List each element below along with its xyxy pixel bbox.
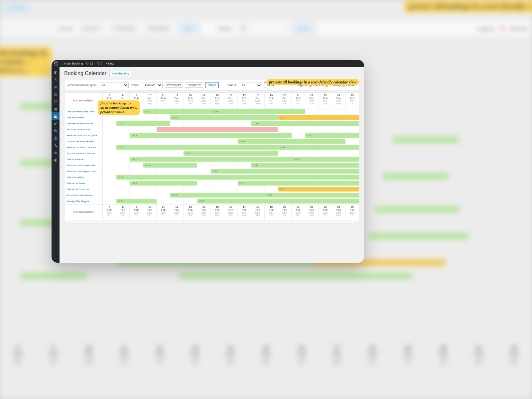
- accommodation-name[interactable]: Summer Villa Emilia: [65, 126, 103, 132]
- calendar-row: La Marche Etna House1206: [65, 138, 359, 144]
- booking-bar[interactable]: 1241: [130, 157, 292, 162]
- booking-bar[interactable]: [157, 127, 278, 132]
- booking-bar[interactable]: 1245: [211, 169, 359, 174]
- date-to-input[interactable]: [185, 82, 203, 88]
- booking-bar[interactable]: 1232: [130, 133, 292, 138]
- updates-icon[interactable]: ↻ 11: [86, 62, 93, 65]
- accommodation-name[interactable]: Villa Basilicata Grande: [65, 120, 103, 126]
- booking-bar[interactable]: 1243: [292, 157, 359, 162]
- accommodation-name[interactable]: Seaside Villa Tuscany Ma…: [65, 132, 103, 138]
- booking-bar[interactable]: 1253: [265, 193, 359, 198]
- booking-bar[interactable]: 1251: [238, 181, 359, 186]
- booking-bar[interactable]: 1247: [251, 163, 359, 168]
- sidebar-appearance-icon[interactable]: 🖌: [52, 120, 60, 127]
- sidebar-plugins-icon[interactable]: 🔌: [52, 127, 60, 134]
- booking-bar[interactable]: 1222: [143, 109, 211, 114]
- accommodation-name[interactable]: Villa Pasadena: [65, 114, 103, 120]
- page-title: Booking Calendar New Booking: [64, 70, 359, 76]
- booking-bar[interactable]: 1239: [278, 145, 359, 150]
- booking-bar[interactable]: 1202: [116, 121, 170, 126]
- booking-bar[interactable]: 1206: [238, 139, 346, 144]
- sidebar-comments-icon[interactable]: 🗨: [52, 98, 60, 105]
- date-column: 10Feb2021Wed: [143, 93, 157, 108]
- horizontal-scroll-indicator[interactable]: [65, 220, 359, 223]
- accommodation-name[interactable]: Villa Sa Riera Sea View: [65, 108, 103, 114]
- comments-icon[interactable]: 🗨 0: [97, 62, 102, 65]
- sidebar-bookings-icon[interactable]: 📅: [52, 112, 60, 120]
- calendar-row: Family Villa Alegria12551257: [65, 198, 359, 204]
- date-column: 24Feb2021Wed: [332, 204, 346, 220]
- date-column: 18Feb2021Thu: [251, 204, 265, 220]
- accommodation-name[interactable]: La Marche Etna House: [65, 138, 103, 144]
- sidebar-collapse-icon[interactable]: ◐: [52, 156, 60, 164]
- accommodation-name[interactable]: Family Villa Alegria: [65, 198, 103, 204]
- sidebar-tools-icon[interactable]: 🔧: [52, 142, 60, 149]
- show-button[interactable]: Show: [205, 82, 219, 88]
- booking-bar[interactable]: 1216: [278, 115, 359, 120]
- date-column: 11Feb2021Thu: [157, 93, 170, 108]
- date-column: 7Feb2021Sun: [103, 204, 116, 220]
- date-column: 15Feb2021Mon: [211, 93, 224, 108]
- calendar-row: Alps Mountains Cottage …1212: [65, 150, 359, 156]
- sidebar-pages-icon[interactable]: ▤: [52, 90, 60, 98]
- calendar-row: Mountains Villa Monte12181253: [65, 192, 359, 198]
- calendar-row: Villa Basilicata Grande12021228: [65, 120, 359, 126]
- date-column: 21Feb2021Sun: [292, 93, 305, 108]
- accommodation-name[interactable]: Villa de la Corazon: [65, 186, 103, 192]
- calendar-row: Villa Pasadena12241216: [65, 114, 359, 120]
- sidebar-users-icon[interactable]: 👤: [52, 134, 60, 142]
- wp-admin-bar: ⌂ Hotel Booking ↻ 11 🗨 0 + New: [52, 60, 364, 67]
- sidebar-accommodation-icon[interactable]: ▦: [52, 105, 60, 112]
- acc-type-label: Accommodation Type:: [67, 83, 97, 87]
- new-booking-button[interactable]: New Booking: [109, 71, 131, 76]
- acc-type-select[interactable]: All: [99, 82, 129, 88]
- date-column: 20Feb2021Sat: [278, 204, 292, 220]
- date-column: 11Feb2021Thu: [157, 204, 170, 220]
- date-column: 10Feb2021Wed: [143, 204, 157, 220]
- booking-bar[interactable]: 1237: [116, 145, 278, 150]
- accommodation-name[interactable]: Alps Mountains Cottage …: [65, 150, 103, 156]
- booking-bar[interactable]: 1249: [130, 181, 197, 186]
- calendar-row: Villa Casadillia1214: [65, 174, 359, 180]
- new-link[interactable]: + New: [106, 62, 114, 65]
- accommodation-name[interactable]: Villa Casadillia: [65, 174, 103, 180]
- date-column: 17Feb2021Wed: [238, 93, 251, 108]
- booking-bar[interactable]: 1257: [197, 199, 359, 203]
- sidebar-dashboard-icon[interactable]: ◧: [52, 68, 60, 76]
- booking-bar[interactable]: 1210: [278, 187, 359, 192]
- booking-bar[interactable]: 1255: [116, 199, 157, 203]
- accommodation-name[interactable]: Summer Villa Alexandria: [65, 162, 103, 168]
- status-select[interactable]: All: [239, 82, 262, 88]
- accommodation-name[interactable]: Beachfront Villa Casa Au…: [65, 144, 103, 150]
- annotation-find: find the bookings by an accommodation ty…: [98, 100, 140, 115]
- wp-logo-icon[interactable]: [54, 62, 58, 66]
- calendar-footer: Accommodation 7Feb2021Sun8Feb2021Mon9Feb…: [65, 204, 359, 220]
- accommodation-name[interactable]: Villa de la Tarde: [65, 180, 103, 186]
- sidebar-settings-icon[interactable]: ⊞: [52, 149, 60, 156]
- booking-bar[interactable]: 1214: [116, 175, 359, 180]
- booking-bar[interactable]: 1228: [251, 121, 359, 126]
- sidebar-posts-icon[interactable]: ✎: [52, 76, 60, 83]
- booking-bar[interactable]: 1224: [170, 115, 278, 120]
- booking-bar[interactable]: 1208: [143, 163, 197, 168]
- content-area: Booking Calendar New Booking preview all…: [60, 67, 364, 263]
- bg-new-booking-button: w Booking: [3, 3, 30, 11]
- booking-bar[interactable]: 1218: [170, 193, 265, 198]
- calendar-row: Villa de la Tarde12491251: [65, 180, 359, 186]
- bg-annot-find: d the bookings by accommo… riod or st…: [0, 47, 52, 76]
- sidebar-media-icon[interactable]: ⊞: [52, 83, 60, 90]
- site-name[interactable]: ⌂ Hotel Booking: [62, 62, 83, 65]
- booking-bar[interactable]: 1226: [211, 109, 305, 114]
- calendar-row: Seaside Villa Tuscany Ma…12321235: [65, 132, 359, 138]
- booking-bar[interactable]: 1212: [184, 151, 278, 156]
- date-column: 20Feb2021Sat: [278, 93, 292, 108]
- booking-bar[interactable]: 1235: [305, 133, 359, 138]
- accommodation-name[interactable]: Seaside Villa Egardo Apa…: [65, 168, 103, 174]
- accommodation-name[interactable]: Mountains Villa Monte: [65, 192, 103, 198]
- period-select[interactable]: Custom: [142, 82, 163, 88]
- annotation-preview: preview all bookings in a user-friendly …: [266, 79, 359, 85]
- date-column: 13Feb2021Sat: [184, 204, 197, 220]
- date-from-input[interactable]: [165, 82, 183, 88]
- accommodation-name[interactable]: Villa la Parese: [65, 156, 103, 162]
- date-column: 25Feb2021Thu: [345, 204, 359, 220]
